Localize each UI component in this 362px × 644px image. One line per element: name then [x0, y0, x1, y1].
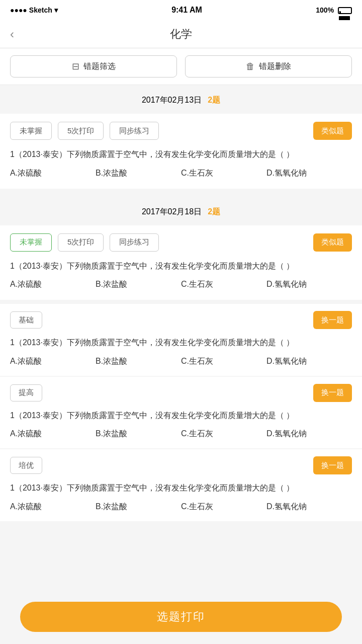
section-count: 2题 — [208, 96, 220, 104]
question-text: 1（2013·泰安）下列物质露置于空气中，没有发生化学变化而质量增大的是（ ） — [10, 336, 352, 349]
option-3: D.氢氧化钠 — [266, 502, 352, 512]
filter-button[interactable]: ⊟ 错题筛选 — [10, 55, 177, 77]
card-actions: 未掌握5次打印同步练习类似题 — [10, 122, 352, 140]
filter-icon: ⊟ — [72, 61, 79, 72]
section-count: 2题 — [208, 207, 220, 216]
question-text: 1（2013·泰安）下列物质露置于空气中，没有发生化学变化而质量增大的是（ ） — [10, 260, 352, 273]
delete-button[interactable]: 🗑 错题删除 — [185, 55, 352, 77]
option-3: D.氢氧化钠 — [266, 429, 352, 439]
delete-label: 错题删除 — [259, 61, 291, 72]
option-1: B.浓盐酸 — [96, 502, 181, 512]
action-btn-2[interactable]: 同步练习 — [110, 122, 159, 140]
question-text: 1（2013·泰安）下列物质露置于空气中，没有发生化学变化而质量增大的是（ ） — [10, 481, 352, 495]
page-title: 化学 — [170, 27, 192, 42]
options-row: A.浓硫酸B.浓盐酸C.生石灰D.氢氧化钠 — [10, 168, 352, 179]
swap-button[interactable]: 换一题 — [313, 456, 352, 474]
action-btn-2[interactable]: 同步练习 — [110, 233, 159, 252]
status-time: 9:41 AM — [171, 6, 202, 15]
battery-icon — [338, 7, 352, 14]
option-0: A.浓硫酸 — [10, 168, 96, 179]
option-2: C.生石灰 — [181, 356, 266, 367]
option-0: A.浓硫酸 — [10, 502, 96, 512]
bottom-spacer — [0, 522, 362, 573]
action-btn-1[interactable]: 5次打印 — [58, 233, 104, 252]
status-battery: 100% — [316, 6, 352, 14]
option-2: C.生石灰 — [181, 502, 266, 512]
option-3: D.氢氧化钠 — [266, 168, 352, 179]
options-row: A.浓硫酸B.浓盐酸C.生石灰D.氢氧化钠 — [10, 502, 352, 512]
sub-label: 基础 — [10, 311, 42, 329]
action-btn-0[interactable]: 未掌握 — [10, 233, 52, 252]
filter-label: 错题筛选 — [83, 61, 116, 72]
nav-bar: ‹ 化学 — [0, 20, 362, 48]
option-2: C.生石灰 — [181, 429, 266, 439]
toolbar: ⊟ 错题筛选 🗑 错题删除 — [0, 48, 362, 85]
options-row: A.浓硫酸B.浓盐酸C.生石灰D.氢氧化钠 — [10, 429, 352, 439]
sub-card-1-1: 基础换一题1（2013·泰安）下列物质露置于空气中，没有发生化学变化而质量增大的… — [0, 304, 362, 376]
section-header-0: 2017年02月13日2题 — [0, 85, 362, 114]
option-0: A.浓硫酸 — [10, 429, 96, 439]
sub-card-1-2: 提高换一题1（2013·泰安）下列物质露置于空气中，没有发生化学变化而质量增大的… — [0, 377, 362, 449]
sub-card-1-3: 培优换一题1（2013·泰安）下列物质露置于空气中，没有发生化学变化而质量增大的… — [0, 449, 362, 521]
question-text: 1（2013·泰安）下列物质露置于空气中，没有发生化学变化而质量增大的是（ ） — [10, 409, 352, 422]
carrier-label: Sketch — [29, 6, 52, 14]
option-0: A.浓硫酸 — [10, 356, 96, 367]
sub-label: 培优 — [10, 457, 42, 474]
option-1: B.浓盐酸 — [96, 168, 181, 179]
back-button[interactable]: ‹ — [10, 27, 14, 41]
print-button[interactable]: 选题打印 — [20, 602, 342, 632]
option-3: D.氢氧化钠 — [266, 356, 352, 367]
signal-dots: ●●●● — [10, 6, 27, 14]
section-date: 2017年02月13日 — [142, 96, 202, 104]
sub-header: 提高换一题 — [10, 384, 352, 402]
option-1: B.浓盐酸 — [96, 356, 181, 367]
action-btn-0[interactable]: 未掌握 — [10, 122, 52, 140]
swap-button[interactable]: 换一题 — [313, 311, 352, 329]
delete-icon: 🗑 — [246, 61, 255, 72]
status-left: ●●●● Sketch ▾ — [10, 6, 58, 14]
section-divider — [0, 193, 362, 197]
similar-button[interactable]: 类似题 — [313, 122, 352, 140]
swap-button[interactable]: 换一题 — [313, 384, 352, 402]
wifi-icon: ▾ — [54, 6, 58, 14]
sub-header: 基础换一题 — [10, 311, 352, 329]
similar-button[interactable]: 类似题 — [313, 233, 352, 252]
section-date: 2017年02月18日 — [142, 207, 202, 216]
option-0: A.浓硫酸 — [10, 279, 96, 290]
question-card-1-0: 未掌握5次打印同步练习类似题1（2013·泰安）下列物质露置于空气中，没有发生化… — [0, 225, 362, 300]
option-1: B.浓盐酸 — [96, 279, 181, 290]
option-2: C.生石灰 — [181, 279, 266, 290]
card-actions: 未掌握5次打印同步练习类似题 — [10, 233, 352, 252]
sub-label: 提高 — [10, 384, 42, 401]
option-2: C.生石灰 — [181, 168, 266, 179]
bottom-bar: 选题打印 — [0, 594, 362, 644]
status-bar: ●●●● Sketch ▾ 9:41 AM 100% — [0, 0, 362, 20]
option-3: D.氢氧化钠 — [266, 279, 352, 290]
action-btn-1[interactable]: 5次打印 — [58, 122, 104, 140]
option-1: B.浓盐酸 — [96, 429, 181, 439]
question-card-0-0: 未掌握5次打印同步练习类似题1（2013·泰安）下列物质露置于空气中，没有发生化… — [0, 114, 362, 189]
section-header-1: 2017年02月18日2题 — [0, 197, 362, 225]
options-row: A.浓硫酸B.浓盐酸C.生石灰D.氢氧化钠 — [10, 279, 352, 290]
options-row: A.浓硫酸B.浓盐酸C.生石灰D.氢氧化钠 — [10, 356, 352, 367]
question-text: 1（2013·泰安）下列物质露置于空气中，没有发生化学变化而质量增大的是（ ） — [10, 148, 352, 161]
sub-header: 培优换一题 — [10, 456, 352, 474]
